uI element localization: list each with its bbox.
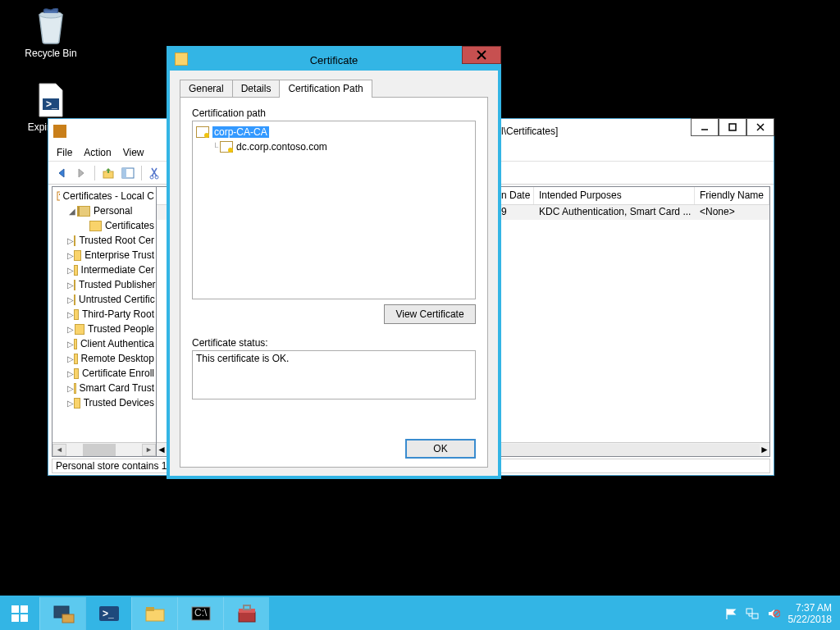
svg-text:C:\: C:\ (194, 607, 208, 619)
view-certificate-button[interactable]: View Certificate (384, 304, 476, 324)
start-button[interactable] (0, 597, 39, 630)
tab-certification-path[interactable]: Certification Path (279, 80, 372, 98)
col-friendly[interactable]: Friendly Name (695, 187, 769, 204)
chevron-right-icon[interactable]: ▷ (67, 384, 74, 393)
chevron-right-icon[interactable]: ▷ (67, 354, 74, 363)
cert-dialog-titlebar[interactable]: Certificate (170, 49, 498, 71)
tree-item[interactable]: ▷Client Authentica (67, 336, 154, 351)
taskbar-mmc[interactable] (223, 597, 269, 630)
chevron-right-icon[interactable]: ▷ (67, 369, 74, 378)
chevron-right-icon[interactable]: ▷ (67, 340, 74, 349)
tree-item-label: Remote Desktop (81, 353, 154, 364)
volume-muted-icon[interactable] (767, 607, 780, 620)
chevron-right-icon[interactable]: ▷ (67, 236, 74, 245)
taskbar-powershell[interactable]: >_ (85, 597, 131, 630)
cert-path-root-node[interactable]: corp-CA-CA (196, 125, 472, 139)
certificate-icon (175, 52, 188, 66)
tree-item[interactable]: ▷Smart Card Trust (67, 381, 154, 395)
scroll-right-icon[interactable]: ► (760, 444, 769, 455)
svg-rect-9 (122, 168, 126, 178)
chevron-right-icon[interactable]: ▷ (67, 266, 74, 275)
tree-item[interactable]: ▷Intermediate Cer (67, 262, 154, 277)
scroll-left-icon[interactable]: ◄ (157, 444, 167, 455)
svg-rect-18 (11, 614, 19, 622)
svg-rect-24 (146, 609, 164, 621)
nav-forward-icon[interactable] (73, 165, 89, 181)
menu-action[interactable]: Action (84, 147, 111, 158)
tree-item[interactable]: ▷Remote Desktop (67, 351, 154, 366)
chevron-right-icon[interactable]: ▷ (67, 295, 74, 304)
tree-root-certificates[interactable]: Certificates - Local C (54, 189, 154, 203)
tree-item[interactable]: ▷Untrusted Certific (67, 292, 154, 307)
scroll-thumb[interactable] (83, 444, 116, 456)
certificate-dialog: Certificate General Details Certificatio… (167, 46, 501, 479)
tab-general[interactable]: General (180, 80, 233, 98)
chevron-right-icon[interactable]: ▷ (67, 281, 74, 290)
mmc-maximize-button[interactable] (719, 118, 746, 136)
nav-back-icon[interactable] (53, 165, 70, 181)
chevron-right-icon[interactable]: ▷ (67, 310, 74, 319)
cut-icon[interactable] (147, 165, 163, 181)
cell-purposes: KDC Authentication, Smart Card ... (534, 205, 695, 220)
recycle-bin-label: Recycle Bin (20, 48, 82, 59)
cert-path-tree[interactable]: corp-CA-CA └ dc.corp.contoso.com (192, 121, 476, 299)
cert-path-child-node[interactable]: └ dc.corp.contoso.com (212, 139, 472, 154)
folder-icon (74, 294, 75, 305)
chevron-down-icon[interactable]: ◢ (67, 207, 77, 216)
flag-icon[interactable] (724, 607, 737, 620)
col-purposes[interactable]: Intended Purposes (534, 187, 695, 204)
cert-child-label: dc.corp.contoso.com (236, 141, 327, 153)
chevron-right-icon[interactable]: ▷ (67, 399, 74, 408)
menu-file[interactable]: File (57, 147, 72, 158)
chevron-right-icon[interactable]: ▷ (67, 325, 75, 334)
svg-text:>_: >_ (46, 98, 57, 110)
taskbar-date: 5/22/2018 (788, 614, 832, 625)
cmd-icon: C:\ (189, 605, 212, 623)
mmc-minimize-button[interactable] (691, 118, 719, 136)
cell-date: 9 (496, 205, 534, 220)
server-manager-icon (51, 603, 75, 624)
col-date[interactable]: n Date (496, 187, 534, 204)
recycle-bin-icon[interactable]: Recycle Bin (20, 7, 82, 59)
network-icon[interactable] (746, 607, 759, 620)
ok-button[interactable]: OK (405, 439, 476, 459)
mmc-app-icon (53, 125, 66, 138)
tree-item[interactable]: ▷Third-Party Root (67, 307, 154, 322)
svg-rect-31 (746, 609, 752, 614)
show-hide-tree-icon[interactable] (120, 165, 136, 181)
tree-item-label: Client Authentica (80, 338, 154, 349)
tree-item-label: Intermediate Cer (81, 264, 154, 276)
up-level-icon[interactable] (100, 165, 116, 181)
cert-path-label: Certification path (192, 107, 476, 119)
tree-item-label: Smart Card Trust (80, 382, 154, 394)
cert-root-ca-label: corp-CA-CA (212, 126, 269, 138)
snapin-icon (57, 189, 60, 203)
menu-view[interactable]: View (123, 147, 144, 158)
taskbar-time: 7:37 AM (788, 602, 832, 614)
tree-certificates-node[interactable]: Certificates (80, 218, 154, 233)
tree-item[interactable]: ▷Enterprise Trust (67, 248, 154, 262)
scroll-left-icon[interactable]: ◄ (52, 444, 66, 456)
tree-item[interactable]: ▷Trusted Devices (67, 395, 154, 410)
tree-item[interactable]: ▷Certificate Enroll (67, 366, 154, 381)
system-tray: 7:37 AM 5/22/2018 (716, 597, 840, 630)
tab-details[interactable]: Details (232, 80, 281, 98)
tree-pane[interactable]: Certificates - Local C ◢ Personal Certif… (52, 186, 157, 457)
svg-rect-4 (729, 124, 736, 130)
scroll-right-icon[interactable]: ► (142, 444, 156, 456)
taskbar-clock[interactable]: 7:37 AM 5/22/2018 (788, 602, 832, 625)
cert-close-button[interactable] (462, 46, 501, 64)
chevron-right-icon[interactable]: ▷ (67, 251, 74, 260)
taskbar-file-explorer[interactable] (131, 597, 177, 630)
tree-personal[interactable]: ◢ Personal (67, 203, 154, 218)
folder-icon (74, 354, 78, 364)
taskbar-server-manager[interactable] (39, 597, 85, 630)
taskbar-cmd[interactable]: C:\ (177, 597, 223, 630)
tree-horizontal-scrollbar[interactable]: ◄ ► (52, 442, 156, 456)
tree-item[interactable]: ▷Trusted Root Cer (67, 233, 154, 248)
tree-item[interactable]: ▷Trusted People (67, 322, 154, 336)
svg-rect-13 (59, 194, 60, 195)
mmc-close-button[interactable] (746, 118, 774, 136)
tree-item[interactable]: ▷Trusted Publisher (67, 277, 154, 292)
folder-icon (74, 265, 78, 276)
